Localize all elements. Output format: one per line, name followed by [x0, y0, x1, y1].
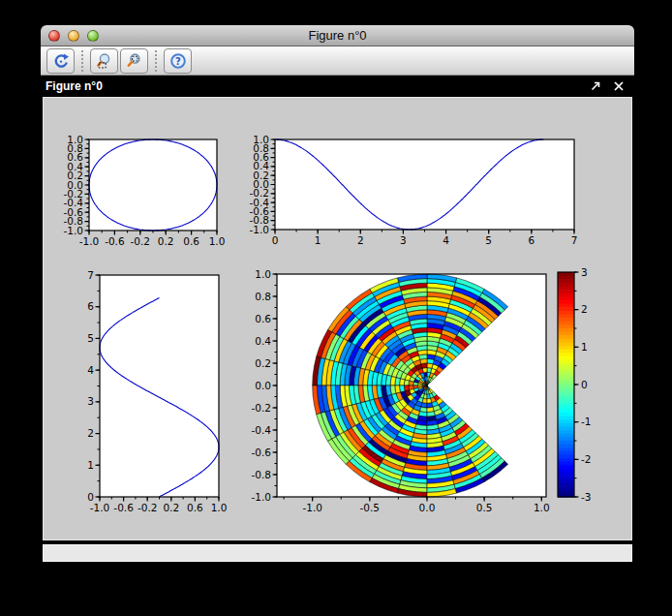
subplot-circle[interactable]: -1.0-0.6-0.20.20.61.0-1.0-0.8-0.6-0.4-0.… — [64, 134, 226, 248]
svg-text:1: 1 — [581, 341, 588, 353]
svg-text:5: 5 — [87, 332, 94, 344]
inner-close-button[interactable] — [611, 78, 626, 94]
toolbar-separator — [155, 50, 157, 72]
svg-text:1.0: 1.0 — [67, 134, 83, 145]
zoom-button[interactable] — [87, 30, 99, 42]
svg-text:-1: -1 — [581, 416, 591, 427]
help-button[interactable]: ? — [164, 48, 192, 74]
svg-text:2: 2 — [581, 303, 588, 315]
rotate-button[interactable] — [46, 48, 75, 74]
svg-text:-1.0: -1.0 — [90, 502, 110, 513]
svg-text:0.8: 0.8 — [255, 291, 271, 302]
figure-canvas[interactable]: -1.0-0.6-0.20.20.61.0-1.0-0.8-0.6-0.4-0.… — [43, 97, 632, 540]
svg-text:3: 3 — [87, 395, 94, 407]
svg-text:0.2: 0.2 — [163, 502, 179, 513]
svg-text:5: 5 — [485, 234, 492, 246]
svg-text:6: 6 — [87, 300, 94, 312]
svg-text:4: 4 — [443, 234, 449, 246]
toolbar-separator — [81, 50, 83, 72]
window-titlebar[interactable]: Figure n°0 — [41, 25, 634, 46]
svg-text:-0.2: -0.2 — [252, 402, 272, 414]
traffic-lights — [48, 30, 99, 42]
svg-text:0.0: 0.0 — [255, 380, 271, 391]
undock-button[interactable] — [588, 78, 603, 94]
subplot-cosine[interactable]: 01234567-1.0-0.8-0.6-0.4-0.20.00.20.40.6… — [250, 134, 578, 247]
svg-text:1.0: 1.0 — [253, 134, 269, 145]
status-bar — [43, 544, 632, 562]
svg-text:-1.0: -1.0 — [252, 491, 272, 503]
inner-titlebar[interactable]: Figure n°0 — [41, 76, 634, 97]
svg-text:0.2: 0.2 — [255, 357, 271, 369]
help-icon: ? — [169, 52, 187, 70]
svg-text:0.6: 0.6 — [183, 235, 199, 247]
svg-text:-0.4: -0.4 — [252, 424, 272, 436]
svg-text:-0.2: -0.2 — [137, 502, 158, 513]
svg-text:1.0: 1.0 — [255, 268, 271, 280]
svg-text:-1.0: -1.0 — [79, 235, 100, 247]
minimize-button[interactable] — [68, 30, 79, 42]
svg-text:1: 1 — [87, 459, 94, 471]
svg-text:1.0: 1.0 — [211, 502, 228, 513]
svg-text:3: 3 — [581, 266, 588, 278]
svg-text:7: 7 — [87, 269, 94, 281]
zoom-out-icon — [126, 52, 143, 70]
toolbar: ? — [41, 46, 634, 76]
zoom-out-button[interactable] — [120, 48, 148, 74]
svg-text:4: 4 — [87, 364, 94, 376]
close-button[interactable] — [48, 30, 60, 42]
svg-text:3: 3 — [400, 234, 407, 246]
svg-text:2: 2 — [357, 234, 364, 246]
svg-text:-0.2: -0.2 — [131, 235, 151, 247]
svg-text:0: 0 — [272, 234, 279, 246]
svg-text:6: 6 — [529, 234, 535, 246]
undock-arrow-icon — [590, 80, 601, 92]
rotate-icon — [52, 52, 70, 70]
inner-title: Figure n°0 — [46, 79, 588, 93]
svg-text:1.0: 1.0 — [209, 235, 226, 247]
svg-text:-3: -3 — [581, 491, 591, 503]
svg-text:-0.5: -0.5 — [360, 502, 381, 513]
svg-text:0: 0 — [581, 379, 588, 390]
plots-svg[interactable]: -1.0-0.6-0.20.20.61.0-1.0-0.8-0.6-0.4-0.… — [44, 98, 631, 539]
svg-text:0.6: 0.6 — [255, 313, 271, 324]
svg-text:-0.8: -0.8 — [252, 469, 272, 480]
svg-text:-0.6: -0.6 — [113, 502, 134, 513]
svg-text:-1.0: -1.0 — [302, 502, 322, 513]
svg-text:0.5: 0.5 — [476, 502, 493, 513]
svg-text:1: 1 — [315, 234, 321, 246]
svg-text:-0.6: -0.6 — [105, 235, 125, 247]
subplot-vertical-sine[interactable]: -1.0-0.6-0.20.20.61.001234567 — [87, 269, 227, 514]
svg-text:0.2: 0.2 — [158, 235, 174, 247]
svg-text:0.6: 0.6 — [187, 502, 203, 513]
zoom-area-button[interactable] — [90, 48, 118, 74]
svg-text:0: 0 — [87, 491, 94, 503]
svg-text:1.0: 1.0 — [534, 502, 550, 513]
subplot-polar-pcolor[interactable]: -1.0-0.50.00.51.0-1.0-0.8-0.6-0.4-0.20.0… — [252, 266, 592, 514]
svg-text:7: 7 — [571, 234, 578, 246]
svg-text:-0.6: -0.6 — [252, 447, 272, 458]
svg-text:2: 2 — [87, 427, 94, 439]
desktop-background: { "window": { "title": "Figure n°0", "in… — [0, 0, 672, 616]
window-title: Figure n°0 — [41, 28, 634, 43]
svg-text:0.0: 0.0 — [419, 502, 436, 513]
svg-text:-2: -2 — [581, 453, 591, 465]
svg-text:0.4: 0.4 — [255, 335, 271, 347]
figure-window: Figure n°0 — [41, 25, 634, 562]
zoom-area-icon — [96, 52, 113, 70]
close-icon — [613, 80, 625, 92]
svg-text:?: ? — [175, 56, 181, 67]
